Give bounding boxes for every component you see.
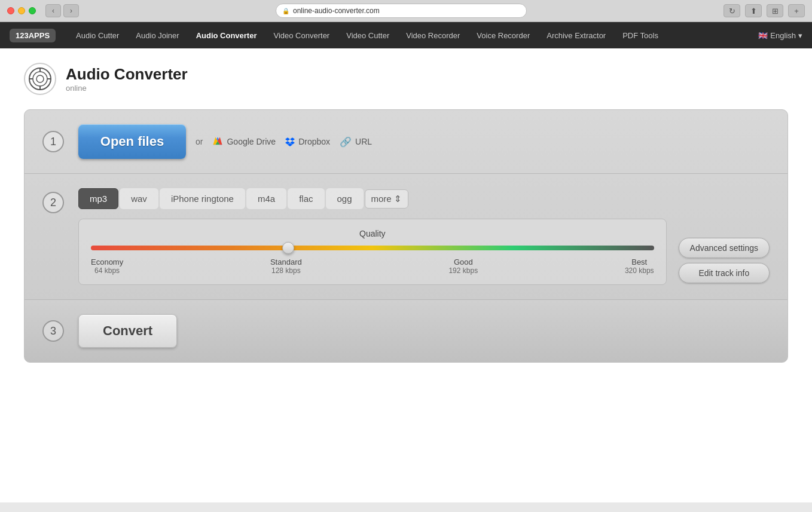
google-drive-label: Google Drive <box>227 137 276 146</box>
flag-icon: 🇬🇧 <box>758 31 768 40</box>
quality-slider-track[interactable] <box>91 246 654 250</box>
format-tab-ogg[interactable]: ogg <box>326 188 364 209</box>
converter-container: 1 Open files or Google Drive <box>24 109 788 363</box>
lock-icon: 🔒 <box>282 8 289 14</box>
quality-panel: Quality Economy 64 kbps Standard 128 <box>78 219 667 285</box>
marker-standard-kbps: 128 kbps <box>270 266 302 275</box>
language-label: English <box>770 31 796 40</box>
advanced-settings-button[interactable]: Advanced settings <box>679 238 770 258</box>
svg-point-1 <box>33 72 47 86</box>
nav-video-cutter[interactable]: Video Cutter <box>338 22 398 48</box>
nav-archive-extractor[interactable]: Archive Extractor <box>538 22 614 48</box>
format-tab-flac[interactable]: flac <box>288 188 324 209</box>
format-tabs: mp3 wav iPhone ringtone m4a flac ogg mor… <box>78 188 770 209</box>
traffic-lights <box>7 7 36 14</box>
step3-section: 3 Convert <box>25 300 787 362</box>
step2-content: mp3 wav iPhone ringtone m4a flac ogg mor… <box>78 188 770 285</box>
new-tab-button[interactable]: + <box>788 4 805 17</box>
dropbox-link[interactable]: Dropbox <box>285 137 330 146</box>
tabs-button[interactable]: ⊞ <box>767 4 783 17</box>
step1-badge: 1 <box>42 131 64 152</box>
app-nav: 123APPS Audio Cutter Audio Joiner Audio … <box>0 22 812 48</box>
marker-economy-kbps: 64 kbps <box>91 266 123 275</box>
url-label: URL <box>355 137 372 146</box>
quality-label: Quality <box>91 229 654 238</box>
google-drive-link[interactable]: Google Drive <box>212 136 276 147</box>
app-header: Audio Converter online <box>0 48 812 109</box>
marker-standard-label: Standard <box>270 257 302 266</box>
marker-best: Best 320 kbps <box>625 257 654 275</box>
url-text: online-audio-converter.com <box>293 7 380 15</box>
minimize-button[interactable] <box>18 7 25 14</box>
more-label: more <box>371 194 392 204</box>
google-drive-icon <box>212 136 223 147</box>
more-chevron-icon: ⇕ <box>394 194 402 204</box>
format-tab-iphone-ringtone[interactable]: iPhone ringtone <box>160 188 245 209</box>
step3-badge: 3 <box>42 320 64 342</box>
convert-button[interactable]: Convert <box>78 314 177 348</box>
marker-standard: Standard 128 kbps <box>270 257 302 275</box>
nav-video-converter[interactable]: Video Converter <box>265 22 338 48</box>
dropbox-label: Dropbox <box>298 137 330 146</box>
step2-section: 2 mp3 wav iPhone ringtone m4a flac ogg m… <box>25 174 787 300</box>
logo-svg <box>28 67 52 91</box>
cloud-links: Google Drive Dropbox 🔗 URL <box>212 136 372 148</box>
back-button[interactable]: ‹ <box>45 4 61 17</box>
format-tab-mp3[interactable]: mp3 <box>78 188 118 209</box>
open-files-button[interactable]: Open files <box>78 124 186 159</box>
address-bar[interactable]: 🔒 online-audio-converter.com <box>276 4 527 18</box>
quality-markers: Economy 64 kbps Standard 128 kbps Good 1… <box>91 257 654 275</box>
nav-audio-joiner[interactable]: Audio Joiner <box>127 22 187 48</box>
reload-button[interactable]: ↻ <box>724 4 740 17</box>
format-tab-m4a[interactable]: m4a <box>246 188 286 209</box>
app-logo <box>24 63 56 95</box>
marker-economy-label: Economy <box>91 257 123 266</box>
marker-good-label: Good <box>448 257 478 266</box>
chevron-down-icon: ▾ <box>798 31 802 40</box>
nav-pdf-tools[interactable]: PDF Tools <box>614 22 667 48</box>
nav-right: 🇬🇧 English ▾ <box>758 31 802 40</box>
address-bar-container: 🔒 online-audio-converter.com <box>84 4 719 18</box>
marker-economy: Economy 64 kbps <box>91 257 123 275</box>
app-subtitle: online <box>66 84 188 93</box>
nav-audio-converter[interactable]: Audio Converter <box>188 22 265 48</box>
marker-good: Good 192 kbps <box>448 257 478 275</box>
url-icon: 🔗 <box>340 136 352 148</box>
nav-audio-cutter[interactable]: Audio Cutter <box>68 22 127 48</box>
marker-good-kbps: 192 kbps <box>448 266 478 275</box>
language-selector[interactable]: 🇬🇧 English ▾ <box>758 31 802 40</box>
share-button[interactable]: ⬆ <box>745 4 762 17</box>
advanced-buttons: Advanced settings Edit track info <box>679 219 770 283</box>
or-text: or <box>196 137 203 146</box>
nav-links: Audio Cutter Audio Joiner Audio Converte… <box>68 22 667 48</box>
marker-best-label: Best <box>625 257 654 266</box>
edit-track-info-button[interactable]: Edit track info <box>679 263 770 283</box>
svg-point-2 <box>36 75 44 82</box>
nav-voice-recorder[interactable]: Voice Recorder <box>468 22 538 48</box>
nav-video-recorder[interactable]: Video Recorder <box>398 22 468 48</box>
step1-content: Open files or Google Drive <box>78 124 372 159</box>
step2-row: Quality Economy 64 kbps Standard 128 <box>78 219 770 285</box>
maximize-button[interactable] <box>29 7 36 14</box>
close-button[interactable] <box>7 7 14 14</box>
quality-slider-thumb[interactable] <box>282 242 294 254</box>
dropbox-icon <box>285 137 295 146</box>
url-link[interactable]: 🔗 URL <box>340 136 372 148</box>
page-content: Audio Converter online 1 Open files or <box>0 48 812 502</box>
format-tab-wav[interactable]: wav <box>120 188 158 209</box>
forward-button[interactable]: › <box>63 4 79 17</box>
brand-badge[interactable]: 123APPS <box>10 29 56 42</box>
browser-actions: ↻ ⬆ ⊞ + <box>724 4 805 17</box>
browser-nav: ‹ › <box>45 4 79 17</box>
app-title-block: Audio Converter online <box>66 65 188 93</box>
marker-best-kbps: 320 kbps <box>625 266 654 275</box>
browser-chrome: ‹ › 🔒 online-audio-converter.com ↻ ⬆ ⊞ + <box>0 0 812 22</box>
more-formats-select[interactable]: more ⇕ <box>365 189 408 209</box>
step2-badge: 2 <box>42 192 64 213</box>
app-title: Audio Converter <box>66 65 188 84</box>
step1-section: 1 Open files or Google Drive <box>25 110 787 174</box>
